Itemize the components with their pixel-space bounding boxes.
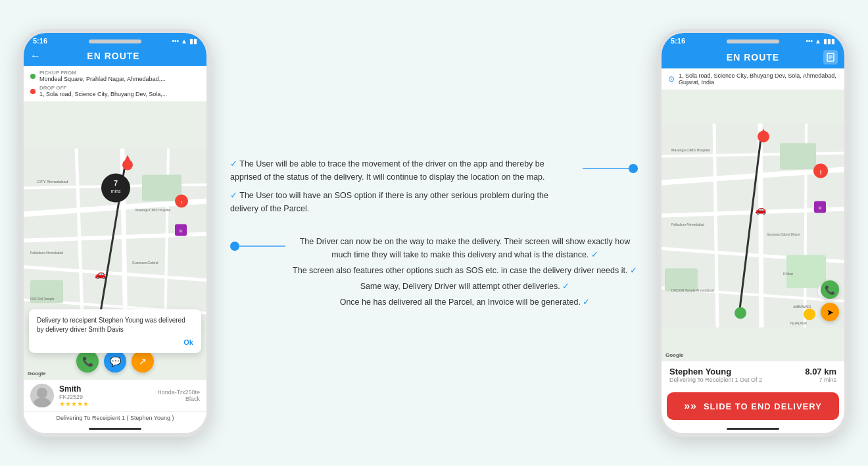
main-container: 5:16 ••• ▲ ▮▮ ← EN ROUTE PICKUP FROM bbox=[13, 9, 855, 457]
svg-text:≡: ≡ bbox=[179, 228, 182, 234]
status-bar-right: 5:16 ••• ▲ ▮▮▮ bbox=[662, 33, 844, 46]
recipient-name: Stephen Young bbox=[669, 367, 762, 376]
dropoff-stop: DROP OFF 1, Sola road, Science City, Bhu… bbox=[30, 84, 200, 99]
svg-text:Marengo CIMS Hospital: Marengo CIMS Hospital bbox=[135, 208, 170, 212]
driver-vehicle: Honda-Trx250te bbox=[157, 389, 200, 396]
driver-details: Smith FKJ2529 ★★★★★ bbox=[59, 384, 89, 407]
svg-point-62 bbox=[804, 309, 815, 321]
svg-text:≡: ≡ bbox=[818, 205, 821, 211]
message-button-left[interactable]: 💬 bbox=[104, 350, 126, 373]
call-btn-right[interactable]: 📞 bbox=[821, 280, 839, 299]
connector-dot-bottom bbox=[230, 242, 239, 251]
slide-arrows-icon: »» bbox=[684, 400, 697, 412]
pickup-label: PICKUP FROM bbox=[39, 70, 166, 76]
back-button-left[interactable]: ← bbox=[30, 50, 41, 62]
dropoff-label: DROP OFF bbox=[39, 85, 167, 91]
status-bar-left: 5:16 ••• ▲ ▮▮ bbox=[24, 33, 206, 46]
recipient-details: Stephen Young Delivering To Receipient 1… bbox=[669, 367, 762, 383]
recipient-distance-info: 8.07 km 7 mins bbox=[805, 367, 836, 383]
svg-text:Palladium Ahmedabad: Palladium Ahmedabad bbox=[671, 222, 704, 226]
svg-rect-9 bbox=[142, 175, 181, 201]
navigate-btn-right[interactable]: ➤ bbox=[821, 303, 839, 321]
battery-icon-right: ▮▮▮ bbox=[823, 38, 835, 45]
check-icon-1: ✓ bbox=[230, 159, 237, 168]
map-side-buttons: 📞 ➤ bbox=[821, 280, 839, 321]
connector-dot-top bbox=[629, 164, 638, 173]
svg-text:🚗: 🚗 bbox=[755, 204, 767, 215]
map-actions-left: 📞 💬 ↗ bbox=[76, 350, 154, 373]
recipient-time: 7 mins bbox=[805, 376, 836, 383]
pickup-dot bbox=[30, 74, 36, 79]
right-phone: 5:16 ••• ▲ ▮▮▮ EN ROUTE bbox=[658, 29, 848, 437]
annotation-line1-block: The Driver can now be on the way to make… bbox=[292, 235, 638, 261]
home-bar-indicator-left bbox=[89, 428, 141, 430]
header-title-right: EN ROUTE bbox=[683, 52, 823, 63]
recipient-info: Stephen Young Delivering To Receipient 1… bbox=[662, 361, 844, 388]
svg-text:Marengo CIMS Hospital: Marengo CIMS Hospital bbox=[671, 148, 710, 152]
status-icons-left: ••• ▲ ▮▮ bbox=[172, 38, 197, 45]
check-icon-3: ✓ bbox=[591, 250, 598, 259]
wifi-icon-right: ▲ bbox=[815, 38, 821, 45]
app-header-right: EN ROUTE bbox=[662, 46, 844, 68]
svg-text:D Mart: D Mart bbox=[783, 272, 794, 276]
annotation-line4-block: Once he has delivered all the Parcel, an… bbox=[292, 296, 638, 309]
recipient-sub: Delivering To Receipient 1 Out Of 2 bbox=[669, 376, 762, 383]
share-button-left[interactable]: ↗ bbox=[132, 350, 154, 373]
address-bar-right: ⊙ 1, Sola road, Science City, Bhuyang De… bbox=[662, 68, 844, 90]
svg-text:Palladium Ahmedabad: Palladium Ahmedabad bbox=[30, 251, 63, 255]
time-left: 5:16 bbox=[33, 37, 47, 45]
home-bar-left bbox=[24, 424, 206, 433]
address-text-right: 1, Sola road, Science City, Bhuyang Dev,… bbox=[679, 72, 838, 86]
doc-icon-right[interactable] bbox=[823, 50, 838, 65]
check-icon-4: ✓ bbox=[630, 266, 637, 275]
google-logo-right: Google bbox=[665, 352, 684, 358]
svg-text:ISKCON Temple Ahmedabad: ISKCON Temple Ahmedabad bbox=[671, 288, 714, 292]
connector-line-bottom bbox=[239, 246, 285, 247]
middle-annotations: ✓ The User will be able to trace the mov… bbox=[210, 157, 658, 309]
svg-text:ISKCON Temple: ISKCON Temple bbox=[30, 297, 55, 301]
svg-rect-44 bbox=[780, 143, 816, 170]
svg-text:7: 7 bbox=[114, 179, 118, 187]
pickup-address: Mondeal Square, Prahlad Nagar, Ahmedabad… bbox=[39, 76, 166, 82]
svg-text:!: ! bbox=[820, 169, 822, 176]
connector-bottom-left bbox=[230, 242, 285, 251]
home-bar-right bbox=[662, 424, 844, 433]
left-phone: 5:16 ••• ▲ ▮▮ ← EN ROUTE PICKUP FROM bbox=[20, 29, 210, 437]
svg-point-29 bbox=[37, 388, 47, 398]
slide-to-end-delivery-button[interactable]: »» SLIDE TO END DELIVERY bbox=[667, 392, 839, 420]
driver-plate: FKJ2529 bbox=[59, 394, 89, 400]
svg-text:Gurowara Gobind Dhami: Gurowara Gobind Dhami bbox=[767, 233, 800, 236]
bottom-status-left: Delivering To Receipient 1 ( Stephen You… bbox=[24, 411, 206, 424]
notification-popup: Delivery to receipent Stephen Young was … bbox=[29, 309, 201, 353]
check-icon-6: ✓ bbox=[583, 298, 590, 307]
signal-icon-left: ▲ bbox=[181, 38, 187, 45]
driver-rating: ★★★★★ bbox=[59, 400, 89, 407]
home-bar-indicator-right bbox=[727, 428, 779, 430]
annotation-top-text: ✓ The User will be able to trace the mov… bbox=[230, 157, 583, 215]
slide-btn-label: SLIDE TO END DELIVERY bbox=[704, 401, 822, 411]
status-icons-right: ••• ▲ ▮▮▮ bbox=[806, 38, 835, 45]
driver-name: Smith bbox=[59, 384, 89, 394]
wifi-icon-left: ••• bbox=[172, 38, 180, 45]
svg-text:!: ! bbox=[181, 199, 182, 205]
annotation-line3-block: Same way, Delivery Driver will attempt o… bbox=[292, 280, 638, 293]
connector-line-top bbox=[583, 168, 629, 169]
svg-text:AMBAWADI: AMBAWADI bbox=[793, 305, 811, 309]
driver-info: Smith FKJ2529 ★★★★★ Honda-Trx250te Black bbox=[24, 379, 206, 411]
call-button-left[interactable]: 📞 bbox=[76, 350, 99, 373]
recipient-km: 8.07 km bbox=[805, 367, 836, 376]
driver-avatar bbox=[30, 384, 54, 407]
annotation-bullet1: ✓ The User will be able to trace the mov… bbox=[230, 157, 576, 184]
check-icon-5: ✓ bbox=[562, 282, 569, 291]
annotation-bottom-text: The Driver can now be on the way to make… bbox=[285, 235, 638, 309]
ok-button[interactable]: Ok bbox=[37, 338, 193, 346]
connector-top-right bbox=[583, 164, 638, 173]
recipient-row: Stephen Young Delivering To Receipient 1… bbox=[669, 367, 836, 383]
dropoff-address: 1, Sola road, Science City, Bhuyang Dev,… bbox=[39, 91, 167, 97]
driver-vehicle-sub: Black bbox=[157, 396, 200, 402]
time-right: 5:16 bbox=[671, 37, 685, 45]
google-logo-left: Google bbox=[28, 371, 46, 376]
route-stops-left: PICKUP FROM Mondeal Square, Prahlad Naga… bbox=[24, 66, 206, 102]
map-area-left: CITY Ahmedabad Marengo CIMS Hospital Pal… bbox=[24, 102, 206, 379]
annotation-bullet2: ✓ The User too will have an SOS option i… bbox=[230, 189, 576, 215]
